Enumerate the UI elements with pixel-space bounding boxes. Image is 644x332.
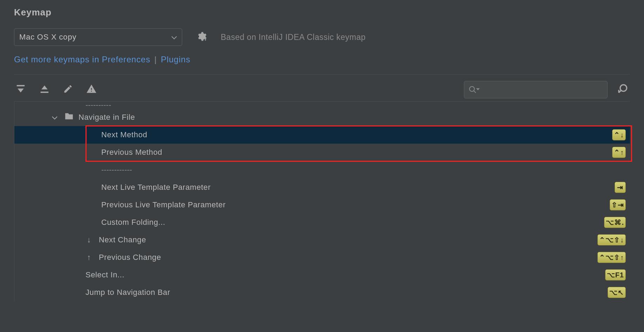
tree-item-label: Select In...	[85, 270, 605, 279]
tree-item-next-change[interactable]: ↓ Next Change ⌃⌥⇧↓	[14, 231, 630, 249]
tree-item-label: Next Live Template Parameter	[101, 183, 615, 192]
shortcut-badge: ⇥	[615, 182, 626, 193]
svg-rect-0	[17, 85, 25, 86]
tree-item-select-in[interactable]: Select In... ⌥F1	[14, 266, 630, 284]
divider	[14, 74, 630, 75]
shortcut-badge: ⇧⇥	[610, 199, 626, 210]
arrow-up-icon: ↑	[85, 253, 93, 262]
search-icon	[468, 85, 477, 94]
more-keymaps-link[interactable]: Get more keymaps in Preferences | Plugin…	[14, 55, 630, 64]
tree-folder-navigate-in-file[interactable]: Navigate in File	[14, 109, 630, 126]
search-field[interactable]	[482, 85, 603, 94]
svg-line-3	[474, 91, 476, 93]
tree-item-previous-live-template[interactable]: Previous Live Template Parameter ⇧⇥	[14, 196, 630, 214]
based-on-text: Based on IntelliJ IDEA Classic keymap	[221, 33, 366, 42]
tree-item-label: Previous Change	[99, 253, 597, 262]
tree-item-jump-navigation-bar[interactable]: Jump to Navigation Bar ⌥↖	[14, 284, 630, 301]
keymap-select[interactable]: Mac OS X copy	[14, 28, 182, 46]
link-plugins[interactable]: Plugins	[161, 55, 190, 64]
tree-item-previous-method[interactable]: Previous Method ⌃↑	[14, 144, 630, 161]
tree-item-next-live-template[interactable]: Next Live Template Parameter ⇥	[14, 179, 630, 196]
tree-item-label: Next Change	[99, 235, 597, 244]
link-prefix: Get more keymaps in	[14, 55, 102, 64]
gear-icon[interactable]	[196, 31, 207, 43]
tree-separator: ----------	[85, 101, 111, 110]
svg-point-4	[620, 85, 627, 91]
search-input[interactable]	[464, 81, 608, 98]
shortcut-badge: ⌃↑	[612, 147, 626, 158]
page-title: Keymap	[14, 7, 630, 18]
svg-point-2	[470, 87, 474, 91]
tree-item-label: Jump to Navigation Bar	[85, 288, 608, 297]
folder-icon	[64, 112, 74, 122]
warning-icon[interactable]	[86, 84, 97, 96]
svg-rect-1	[41, 91, 49, 93]
chevron-down-icon	[476, 88, 480, 91]
tree-item-label: Previous Method	[101, 148, 612, 157]
link-separator: |	[152, 55, 159, 64]
arrow-down-icon: ↓	[85, 235, 93, 244]
chevron-down-icon	[51, 113, 58, 122]
edit-shortcut-icon[interactable]	[63, 84, 73, 96]
find-action-by-shortcut-icon[interactable]	[617, 83, 629, 96]
tree-folder-label: Navigate in File	[78, 113, 626, 122]
shortcut-badge: ⌃⌥⇧↑	[597, 252, 626, 263]
shortcut-badge: ⌥⌘.	[604, 217, 626, 228]
tree-item-label: Next Method	[101, 130, 612, 139]
collapse-all-icon[interactable]	[39, 84, 50, 96]
shortcut-badge: ⌥↖	[608, 287, 626, 298]
expand-all-icon[interactable]	[15, 84, 26, 96]
shortcut-badge: ⌃↓	[612, 129, 626, 140]
tree-item-label: Previous Live Template Parameter	[101, 200, 610, 209]
tree-item-custom-folding[interactable]: Custom Folding... ⌥⌘.	[14, 214, 630, 231]
shortcut-badge: ⌥F1	[605, 269, 626, 281]
chevron-down-icon	[171, 33, 177, 42]
keymap-select-value: Mac OS X copy	[19, 33, 76, 42]
tree-item-label: Custom Folding...	[101, 218, 604, 227]
tree-separator: ------------	[101, 165, 132, 174]
tree-item-next-method[interactable]: Next Method ⌃↓	[14, 126, 630, 144]
shortcut-badge: ⌃⌥⇧↓	[597, 234, 626, 245]
link-preferences[interactable]: Preferences	[102, 55, 150, 64]
tree-item-previous-change[interactable]: ↑ Previous Change ⌃⌥⇧↑	[14, 249, 630, 266]
